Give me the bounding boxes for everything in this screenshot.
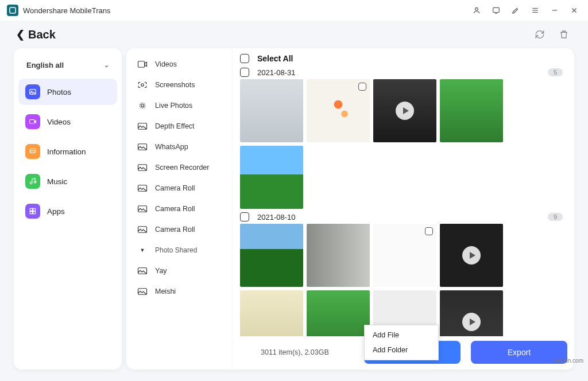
feedback-icon[interactable] [489, 3, 503, 17]
import-context-menu: Add File Add Folder [364, 325, 439, 360]
music-icon [25, 174, 40, 189]
close-icon[interactable] [567, 3, 581, 17]
photo-thumbnail[interactable] [373, 224, 436, 287]
nav-item-information[interactable]: Information [18, 138, 117, 165]
sub-yay[interactable]: Yay [126, 261, 233, 281]
svg-point-20 [141, 84, 144, 87]
photo-thumbnail[interactable] [307, 79, 370, 142]
svg-rect-19 [138, 61, 145, 68]
edit-icon[interactable] [509, 3, 523, 17]
chevron-left-icon: ❮ [16, 28, 25, 41]
content-footer: 3011 item(s), 2.03GB Import Export Add F… [240, 336, 571, 364]
thumbnail-row [240, 224, 567, 336]
svg-rect-18 [33, 212, 36, 214]
video-thumbnail[interactable] [440, 224, 503, 287]
thumb-checkbox[interactable] [425, 227, 433, 235]
svg-rect-15 [30, 208, 32, 211]
image-icon [137, 122, 148, 131]
video-icon [137, 60, 148, 69]
sub-camera-roll-2[interactable]: Camera Roll [126, 199, 233, 219]
image-icon [137, 163, 148, 172]
thumbnail-row [240, 79, 567, 209]
group-header: 2021-08-10 9 [240, 212, 567, 221]
select-all-label: Select All [257, 54, 293, 63]
refresh-icon[interactable] [532, 26, 548, 42]
sub-screen-recorder[interactable]: Screen Recorder [126, 157, 233, 178]
group-date: 2021-08-31 [257, 68, 296, 77]
watermark: wsxdn.com [555, 357, 583, 364]
photo-thumbnail[interactable] [240, 79, 303, 142]
group-date: 2021-08-10 [257, 213, 296, 221]
sub-label: Camera Roll [155, 226, 195, 234]
group-checkbox[interactable] [240, 68, 249, 77]
nav-label: Photos [47, 88, 71, 96]
sub-videos[interactable]: Videos [126, 54, 233, 75]
photo-thumbnail[interactable] [240, 224, 303, 287]
sub-label: Videos [155, 60, 177, 68]
sub-live-photos[interactable]: Live Photos [126, 95, 233, 116]
video-thumbnail[interactable] [373, 79, 436, 142]
photo-thumbnail[interactable] [307, 290, 370, 336]
svg-rect-17 [30, 212, 32, 214]
svg-rect-0 [10, 7, 16, 13]
nav-label: Videos [47, 118, 71, 126]
menu-add-file[interactable]: Add File [365, 328, 438, 343]
image-icon [137, 184, 148, 193]
app-title: Wondershare MobileTrans [23, 6, 110, 15]
sub-label: Camera Roll [155, 184, 195, 192]
page-header: ❮ Back [0, 21, 588, 48]
sub-label: Live Photos [155, 102, 192, 110]
svg-point-21 [141, 104, 144, 107]
sub-camera-roll-1[interactable]: Camera Roll [126, 178, 233, 199]
nav-item-apps[interactable]: Apps [18, 198, 117, 224]
video-thumbnail[interactable] [440, 290, 503, 336]
image-icon [137, 266, 148, 275]
menu-icon[interactable] [528, 3, 542, 17]
sub-depth-effect[interactable]: Depth Effect [126, 116, 233, 137]
nav-item-videos[interactable]: Videos [18, 108, 117, 135]
photo-thumbnail[interactable] [240, 146, 303, 209]
chevron-down-icon: ⌄ [104, 61, 109, 69]
secondary-sidebar: Videos Screenshots Live Photos Depth Eff… [126, 48, 233, 370]
svg-rect-11 [30, 120, 34, 124]
delete-icon[interactable] [556, 26, 572, 42]
sub-whatsapp[interactable]: WhatsApp [126, 137, 233, 157]
select-all-checkbox[interactable] [240, 54, 249, 63]
sub-label: Screen Recorder [155, 164, 210, 172]
sub-label: WhatsApp [155, 143, 188, 151]
photo-thumbnail[interactable] [440, 79, 503, 142]
image-icon [137, 142, 148, 151]
nav-item-music[interactable]: Music [18, 168, 117, 195]
language-selector[interactable]: English all ⌄ [18, 56, 117, 74]
menu-add-folder[interactable]: Add Folder [365, 343, 438, 357]
svg-point-1 [475, 7, 478, 10]
svg-rect-2 [493, 7, 500, 12]
photo-thumbnail[interactable] [240, 290, 303, 336]
export-button[interactable]: Export [471, 341, 567, 364]
group-count: 9 [548, 213, 563, 221]
minimize-icon[interactable] [548, 3, 562, 17]
sub-photo-shared[interactable]: ▼Photo Shared [126, 240, 233, 261]
account-icon[interactable] [470, 3, 483, 17]
sub-label: Yay [155, 267, 167, 275]
videos-icon [25, 114, 40, 129]
app-logo-icon [7, 5, 18, 16]
information-icon [25, 144, 40, 159]
image-icon [137, 225, 148, 234]
apps-icon [25, 204, 40, 219]
photo-thumbnail[interactable] [307, 224, 370, 287]
image-icon [137, 204, 148, 213]
titlebar: Wondershare MobileTrans [0, 0, 588, 21]
sub-meishi[interactable]: Meishi [126, 281, 233, 302]
photo-scroll-area[interactable]: 2021-08-31 5 2021-08-10 9 [240, 65, 571, 336]
chevron-down-icon: ▼ [137, 246, 148, 255]
sub-camera-roll-3[interactable]: Camera Roll [126, 219, 233, 240]
thumb-checkbox[interactable] [358, 83, 366, 91]
nav-item-photos[interactable]: Photos [18, 79, 117, 105]
group-checkbox[interactable] [240, 212, 249, 221]
footer-info: 3011 item(s), 2.03GB [261, 348, 329, 356]
sub-screenshots[interactable]: Screenshots [126, 75, 233, 95]
content-panel: Select All 2021-08-31 5 2021-08-10 [233, 48, 574, 370]
sub-label: Meishi [155, 287, 176, 296]
back-button[interactable]: ❮ Back [16, 28, 56, 41]
